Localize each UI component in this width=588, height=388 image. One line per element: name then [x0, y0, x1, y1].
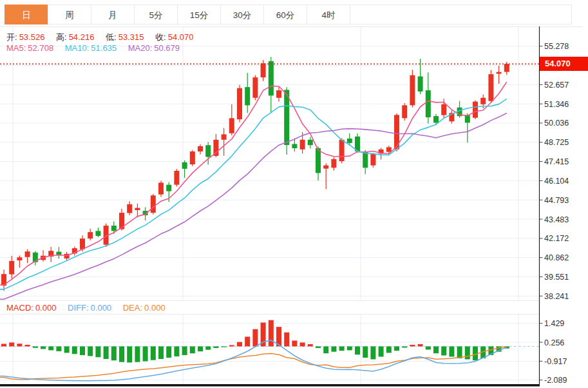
macd-bar	[418, 344, 423, 347]
macd-bar	[379, 346, 384, 356]
macd-axis-label: -0.917	[544, 357, 567, 366]
macd-bar	[33, 346, 38, 347]
macd-bar	[9, 342, 14, 346]
price-axis-label: 46.104	[544, 177, 569, 186]
macd-bar	[402, 346, 407, 347]
tab-日[interactable]: 日	[5, 5, 48, 24]
candle-body	[441, 104, 446, 115]
price-axis-label: 38.241	[544, 292, 569, 301]
macd-bar	[88, 346, 93, 356]
open-value: 53.526	[19, 32, 45, 42]
candle-body	[323, 166, 328, 169]
candle-body	[158, 182, 164, 194]
low-value: 53.315	[119, 32, 144, 42]
macd-bar	[72, 346, 77, 354]
candle-body	[339, 140, 345, 161]
price-axis-label: 50.036	[544, 119, 569, 128]
macd-label: MACD:	[6, 303, 33, 313]
macd-bar	[48, 346, 53, 350]
ma20-line	[0, 113, 507, 299]
macd-bar	[64, 346, 70, 353]
macd-bar	[252, 329, 258, 347]
macd-bar	[229, 345, 234, 346]
macd-bar	[80, 346, 85, 355]
dea-label: DEA:	[123, 303, 142, 313]
candle-body	[17, 257, 22, 260]
candle-body	[300, 140, 305, 150]
macd-bar	[198, 346, 203, 351]
macd-bar	[119, 346, 124, 362]
macd-bar	[292, 340, 297, 346]
candle-body	[473, 102, 478, 118]
macd-bar	[457, 346, 462, 358]
tab-60分[interactable]: 60分	[263, 5, 307, 24]
ma5-label: MA5:	[6, 43, 26, 53]
candle-body	[222, 134, 227, 139]
open-label: 开:	[6, 32, 17, 42]
price-axis-label: 52.657	[544, 81, 569, 90]
price-axis-label: 44.793	[544, 196, 569, 205]
candle-body	[25, 251, 30, 257]
candle-body	[418, 77, 423, 92]
candle-body	[80, 238, 85, 249]
macd-bar	[166, 346, 171, 358]
candle-body	[88, 232, 93, 238]
candle-body	[402, 105, 407, 118]
candle-body	[347, 139, 352, 143]
macd-value: 0.000	[35, 303, 57, 313]
candle-body	[182, 162, 187, 169]
macd-bar	[56, 346, 61, 351]
macd-bar	[104, 346, 109, 359]
candle-body	[308, 140, 313, 145]
candlestick-macd-chart[interactable]: 55.27852.65751.34650.03648.72547.41546.1…	[0, 0, 588, 388]
macd-bar	[323, 346, 328, 353]
macd-bar	[127, 346, 132, 362]
candle-body	[488, 74, 493, 101]
macd-bar	[1, 344, 6, 346]
macd-bar	[370, 346, 375, 359]
macd-bar	[269, 320, 274, 347]
macd-bar	[245, 336, 250, 346]
price-axis-label: 39.551	[544, 273, 569, 282]
price-axis-label: 43.483	[544, 215, 569, 224]
candle-body	[198, 146, 203, 151]
price-axis-label: 48.725	[544, 138, 569, 147]
macd-bar	[41, 346, 46, 349]
macd-axis-label: -2.089	[544, 376, 567, 385]
macd-bar	[394, 346, 399, 351]
tab-4时[interactable]: 4时	[307, 5, 350, 24]
macd-bar	[386, 346, 392, 353]
candle-body	[229, 118, 234, 133]
macd-bar	[347, 346, 352, 350]
macd-bar	[182, 346, 187, 355]
price-axis-label: 47.415	[544, 157, 569, 166]
macd-bar	[237, 342, 242, 347]
candle-body	[331, 159, 336, 168]
price-axis-label: 51.346	[544, 100, 569, 109]
macd-bar	[410, 345, 415, 347]
current-price-tag: 54.070	[540, 57, 588, 71]
high-value: 54.216	[69, 32, 95, 42]
price-axis-label: 40.862	[544, 253, 569, 262]
tab-月[interactable]: 月	[91, 5, 135, 24]
macd-bar	[25, 345, 30, 347]
macd-bar	[151, 346, 156, 360]
ma10-value: 51.635	[91, 43, 117, 53]
macd-bar	[213, 346, 218, 348]
tab-周[interactable]: 周	[48, 5, 91, 24]
candle-body	[174, 171, 179, 185]
tab-5分[interactable]: 5分	[134, 5, 178, 24]
candle-body	[426, 90, 431, 117]
tab-30分[interactable]: 30分	[220, 5, 264, 24]
ma20-label: MA20:	[128, 43, 153, 53]
candle-body	[111, 226, 117, 231]
macd-bar	[190, 346, 195, 353]
candle-body	[480, 98, 486, 104]
tab-15分[interactable]: 15分	[177, 5, 221, 24]
candle-body	[276, 90, 281, 98]
price-axis-label: 42.172	[544, 234, 569, 243]
candle-body	[190, 151, 195, 164]
high-label: 高:	[56, 32, 67, 42]
macd-bar	[158, 346, 164, 359]
candle-body	[370, 153, 375, 165]
